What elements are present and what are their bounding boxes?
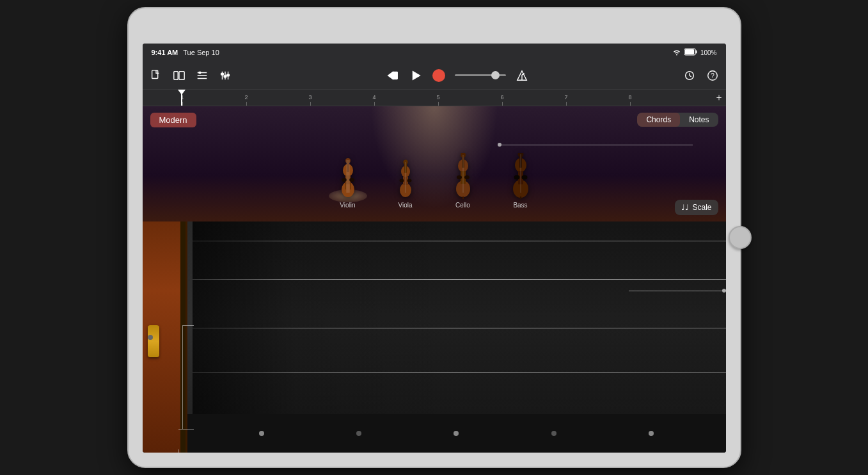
- document-icon[interactable]: [149, 68, 163, 83]
- instrument-view: Modern Chords Notes: [143, 106, 726, 221]
- wifi-icon: [672, 48, 681, 57]
- svg-point-42: [399, 179, 404, 182]
- toolbar-right: ?: [683, 68, 720, 83]
- status-icons: 100%: [672, 48, 717, 57]
- chords-button[interactable]: Chords: [637, 113, 680, 127]
- toolbar: ?: [143, 61, 726, 90]
- guitar-peg: [148, 325, 159, 357]
- annotation-dot-top: [498, 143, 501, 147]
- svg-line-24: [690, 76, 691, 77]
- toolbar-center: [386, 68, 529, 83]
- timeline-ruler: 1 2 3 4 5 6 7 8 +: [143, 90, 726, 106]
- help-icon[interactable]: ?: [706, 68, 720, 83]
- side-dot: [148, 335, 153, 340]
- string-4: [187, 372, 726, 373]
- violin-label: Violin: [340, 202, 355, 209]
- svg-rect-5: [179, 71, 184, 79]
- viola-label: Viola: [398, 202, 412, 209]
- svg-rect-14: [224, 76, 226, 77]
- svg-point-43: [407, 179, 411, 182]
- svg-marker-18: [413, 71, 420, 79]
- fret-dot-3: [454, 431, 459, 436]
- fret-dots: [187, 414, 726, 453]
- fretboard-area[interactable]: [143, 221, 726, 453]
- fretboard[interactable]: [187, 221, 726, 414]
- svg-point-31: [349, 178, 354, 182]
- fret-dot-1: [259, 431, 264, 436]
- instruments-stage: Violin: [143, 151, 726, 209]
- ipad-frame: 9:41 AM Tue Sep 10 100%: [127, 7, 741, 468]
- playhead: [181, 90, 182, 106]
- svg-rect-17: [393, 72, 397, 79]
- play-button[interactable]: [409, 68, 423, 83]
- svg-rect-2: [685, 49, 694, 54]
- fret-dot-2: [356, 431, 361, 436]
- instrument-violin[interactable]: Violin: [332, 154, 364, 209]
- preset-label[interactable]: Modern: [150, 113, 196, 127]
- scale-label: Scale: [692, 203, 711, 212]
- main-content: Modern Chords Notes: [143, 106, 726, 453]
- svg-rect-13: [221, 73, 223, 75]
- svg-rect-1: [695, 51, 697, 54]
- mixer-icon[interactable]: [218, 68, 232, 83]
- bass-label: Bass: [513, 202, 527, 209]
- annotation-line-top: [501, 145, 693, 145]
- guitar-nut: [180, 221, 185, 453]
- ipad-screen: 9:41 AM Tue Sep 10 100%: [143, 44, 726, 453]
- home-button[interactable]: [729, 226, 752, 249]
- svg-text:?: ?: [711, 72, 714, 79]
- viola-svg: [394, 159, 417, 199]
- string-3: [187, 328, 726, 328]
- string-1: [187, 241, 726, 241]
- volume-slider[interactable]: [455, 74, 506, 76]
- status-bar: 9:41 AM Tue Sep 10 100%: [143, 44, 726, 61]
- record-button[interactable]: [432, 68, 446, 83]
- svg-rect-15: [226, 74, 229, 76]
- notes-button[interactable]: Notes: [680, 113, 718, 127]
- split-view-icon[interactable]: [172, 68, 186, 83]
- add-track-button[interactable]: +: [716, 92, 722, 104]
- tracks-icon[interactable]: [195, 68, 209, 83]
- status-time: 9:41 AM: [152, 49, 178, 56]
- violin-svg: [336, 157, 360, 199]
- chords-notes-toggle: Chords Notes: [637, 113, 718, 127]
- cello-label: Cello: [455, 202, 470, 209]
- instrument-bass[interactable]: Bass: [505, 151, 537, 209]
- rewind-button[interactable]: [386, 68, 400, 83]
- scale-button[interactable]: ♩♩ Scale: [675, 200, 718, 215]
- svg-rect-9: [198, 71, 201, 74]
- instrument-viola[interactable]: Viola: [390, 154, 422, 209]
- scale-icon: ♩♩: [681, 203, 689, 212]
- bass-svg: [511, 153, 530, 199]
- cello-svg: [453, 153, 473, 199]
- tempo-icon[interactable]: [683, 68, 697, 83]
- svg-point-59: [514, 175, 519, 180]
- svg-rect-3: [152, 70, 157, 78]
- toolbar-left: [149, 68, 232, 83]
- fret-dot-5: [649, 431, 654, 436]
- fret-dot-4: [551, 431, 556, 436]
- metronome-icon[interactable]: [515, 68, 529, 83]
- battery-percent: 100%: [700, 49, 717, 56]
- svg-point-30: [342, 178, 347, 182]
- battery-icon: [684, 48, 697, 57]
- instrument-cello[interactable]: Cello: [447, 151, 479, 209]
- svg-marker-16: [388, 72, 392, 79]
- svg-point-50: [457, 175, 462, 179]
- ruler-marks: 1 2 3 4 5 6 7 8: [181, 90, 726, 106]
- svg-point-51: [464, 175, 470, 179]
- status-date: Tue Sep 10: [183, 49, 219, 56]
- svg-rect-4: [173, 71, 177, 79]
- string-2: [187, 279, 726, 280]
- svg-point-60: [521, 175, 527, 180]
